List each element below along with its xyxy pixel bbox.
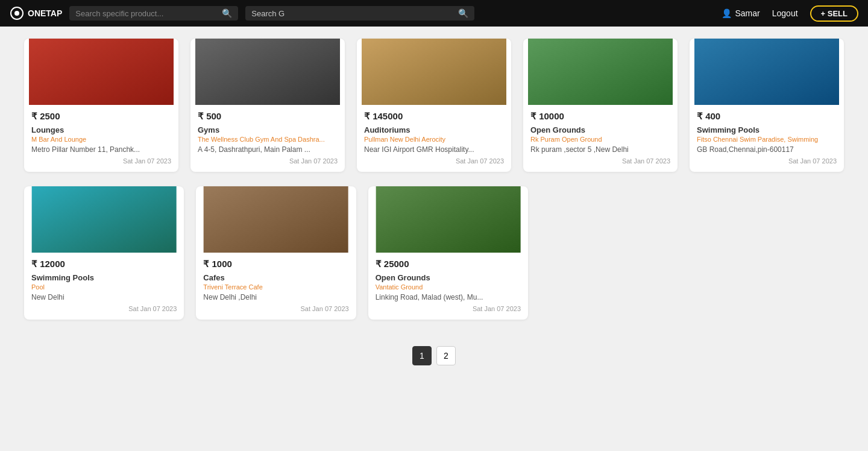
- svg-rect-4: [362, 39, 506, 105]
- product-search-bar: 🔍: [69, 6, 238, 20]
- listing-card[interactable]: ₹ 400 Swimming Pools Fitso Chennai Swim …: [690, 39, 844, 172]
- page-button-1[interactable]: 1: [412, 346, 432, 365]
- listing-card[interactable]: ₹ 500 Gyms The Wellness Club Gym And Spa…: [190, 39, 345, 172]
- card-address: Rk puram ,sector 5 ,New Delhi: [530, 145, 670, 154]
- card-address: New Delhi: [31, 293, 177, 301]
- card-price: ₹ 12000: [31, 259, 177, 270]
- card-date: Sat Jan 07 2023: [376, 305, 521, 312]
- card-body: ₹ 145000 Auditoriums Pullman New Delhi A…: [357, 105, 511, 172]
- card-venue: Fitso Chennai Swim Paradise, Swimming: [697, 136, 837, 143]
- product-search-input[interactable]: [75, 9, 218, 18]
- card-price: ₹ 145000: [364, 111, 504, 122]
- svg-rect-8: [204, 186, 348, 253]
- card-image: [24, 39, 178, 105]
- card-body: ₹ 12000 Swimming Pools Pool New Delhi Sa…: [24, 253, 184, 320]
- card-venue: Vantatic Ground: [376, 283, 521, 291]
- card-date: Sat Jan 07 2023: [697, 157, 837, 165]
- card-address: A 4-5, Dashrathpuri, Main Palam ...: [198, 145, 338, 154]
- svg-point-1: [14, 11, 19, 16]
- card-category: Lounges: [31, 125, 171, 134]
- card-venue: The Wellness Club Gym And Spa Dashra...: [198, 136, 338, 143]
- card-venue: M Bar And Lounge: [31, 136, 171, 143]
- card-price: ₹ 2500: [31, 111, 171, 122]
- card-venue: Triveni Terrace Cafe: [203, 283, 348, 291]
- card-category: Open Grounds: [376, 273, 521, 282]
- header-right: 👤 Samar Logout + SELL: [722, 5, 859, 22]
- card-image: [523, 39, 678, 105]
- card-body: ₹ 2500 Lounges M Bar And Lounge Metro Pi…: [24, 105, 178, 172]
- card-date: Sat Jan 07 2023: [364, 157, 504, 165]
- logout-button[interactable]: Logout: [772, 8, 798, 18]
- card-date: Sat Jan 07 2023: [31, 305, 177, 312]
- logo: ONETAP: [10, 6, 62, 20]
- card-body: ₹ 400 Swimming Pools Fitso Chennai Swim …: [690, 105, 844, 172]
- card-venue: Pool: [31, 283, 177, 291]
- card-category: Gyms: [198, 125, 338, 134]
- listing-card[interactable]: ₹ 10000 Open Grounds Rk Puram Open Groun…: [523, 39, 678, 172]
- listing-card[interactable]: ₹ 145000 Auditoriums Pullman New Delhi A…: [357, 39, 511, 172]
- card-price: ₹ 10000: [530, 111, 670, 122]
- card-image: [196, 186, 356, 253]
- general-search-bar: 🔍: [245, 6, 474, 20]
- search-icon-1: 🔍: [222, 8, 232, 18]
- card-grid-row1: ₹ 2500 Lounges M Bar And Lounge Metro Pi…: [24, 39, 844, 172]
- card-category: Open Grounds: [530, 125, 670, 134]
- header: ONETAP 🔍 🔍 👤 Samar Logout + SELL: [0, 0, 868, 27]
- card-category: Swimming Pools: [697, 125, 837, 134]
- user-name: Samar: [735, 8, 760, 18]
- user-icon: 👤: [722, 8, 732, 18]
- card-address: Linking Road, Malad (west), Mu...: [376, 293, 521, 301]
- card-price: ₹ 25000: [376, 259, 521, 270]
- card-venue: Pullman New Delhi Aerocity: [364, 136, 504, 143]
- listing-card[interactable]: ₹ 1000 Cafes Triveni Terrace Cafe New De…: [196, 186, 356, 320]
- listing-card[interactable]: ₹ 2500 Lounges M Bar And Lounge Metro Pi…: [24, 39, 178, 172]
- sell-button[interactable]: + SELL: [810, 5, 858, 22]
- card-date: Sat Jan 07 2023: [198, 157, 338, 165]
- listing-card[interactable]: ₹ 25000 Open Grounds Vantatic Ground Lin…: [368, 186, 528, 320]
- card-date: Sat Jan 07 2023: [31, 157, 171, 165]
- card-category: Swimming Pools: [31, 273, 177, 282]
- card-address: New Delhi ,Delhi: [203, 293, 348, 301]
- svg-rect-3: [195, 39, 340, 105]
- card-image: [690, 39, 844, 105]
- card-image: [190, 39, 345, 105]
- listing-card[interactable]: ₹ 12000 Swimming Pools Pool New Delhi Sa…: [24, 186, 184, 320]
- card-body: ₹ 25000 Open Grounds Vantatic Ground Lin…: [368, 253, 528, 320]
- svg-rect-6: [694, 39, 839, 105]
- search-icon-2: 🔍: [458, 8, 468, 18]
- card-body: ₹ 10000 Open Grounds Rk Puram Open Groun…: [523, 105, 678, 172]
- general-search-input[interactable]: [251, 9, 454, 18]
- card-category: Auditoriums: [364, 125, 504, 134]
- svg-rect-7: [32, 186, 177, 253]
- user-info: 👤 Samar: [722, 8, 760, 18]
- page-button-2[interactable]: 2: [436, 346, 456, 365]
- card-body: ₹ 1000 Cafes Triveni Terrace Cafe New De…: [196, 253, 356, 320]
- card-image: [357, 39, 511, 105]
- card-image: [368, 186, 528, 253]
- card-address: Near IGI Airport GMR Hospitality...: [364, 145, 504, 154]
- card-price: ₹ 1000: [203, 259, 348, 270]
- card-price: ₹ 400: [697, 111, 837, 122]
- main-content: ₹ 2500 Lounges M Bar And Lounge Metro Pi…: [0, 27, 868, 396]
- card-venue: Rk Puram Open Ground: [530, 136, 670, 143]
- card-address: Metro Pillar Number 11, Panchk...: [31, 145, 171, 154]
- card-price: ₹ 500: [198, 111, 338, 122]
- card-body: ₹ 500 Gyms The Wellness Club Gym And Spa…: [190, 105, 345, 172]
- svg-rect-5: [528, 39, 673, 105]
- card-image: [24, 186, 184, 253]
- card-grid-row2: ₹ 12000 Swimming Pools Pool New Delhi Sa…: [24, 186, 528, 320]
- logo-text: ONETAP: [28, 8, 62, 18]
- card-category: Cafes: [203, 273, 348, 282]
- pagination: 12: [24, 334, 844, 383]
- card-date: Sat Jan 07 2023: [203, 305, 348, 312]
- card-date: Sat Jan 07 2023: [530, 157, 670, 165]
- card-address: GB Road,Chennai,pin-600117: [697, 145, 837, 154]
- logo-icon: [10, 6, 24, 20]
- svg-rect-2: [29, 39, 174, 105]
- svg-rect-9: [376, 186, 520, 253]
